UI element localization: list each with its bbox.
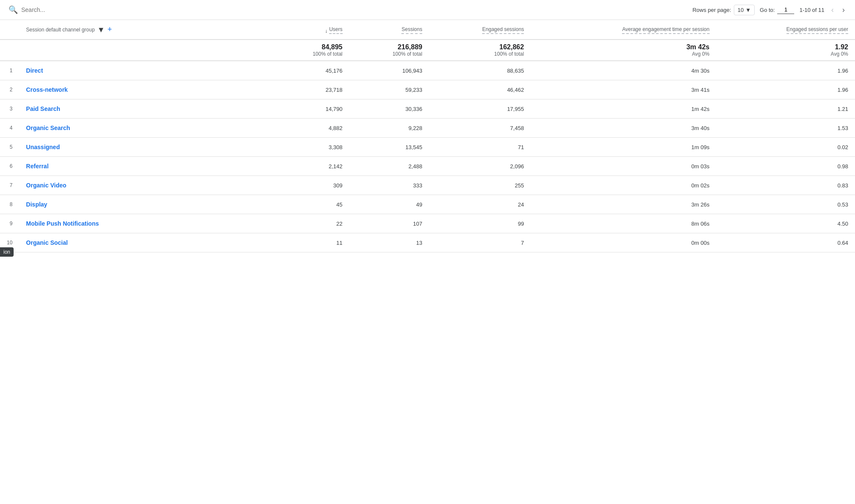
table-row[interactable]: 7 Organic Video 309 333 255 0m 02s 0.83: [0, 176, 855, 195]
table-row[interactable]: 8 Display 45 49 24 3m 26s 0.53: [0, 195, 855, 214]
table-row[interactable]: 2 Cross-network 23,718 59,233 46,462 3m …: [0, 80, 855, 99]
row-avg-eng: 3m 41s: [531, 80, 716, 99]
row-sessions: 30,336: [349, 99, 429, 119]
engaged-sessions-header[interactable]: Engaged sessions: [429, 20, 531, 40]
row-eng-per-user: 1.96: [716, 80, 855, 99]
row-sessions: 107: [349, 214, 429, 233]
summary-sessions: 216,889 100% of total: [349, 40, 429, 61]
row-avg-eng: 0m 00s: [531, 233, 716, 252]
row-channel[interactable]: Organic Video: [19, 176, 269, 195]
dimension-col-label: Session default channel group: [26, 27, 94, 33]
rank-header: [0, 20, 19, 40]
next-page-button[interactable]: ›: [841, 4, 846, 15]
row-engaged: 17,955: [429, 99, 531, 119]
sessions-header-label: Sessions: [401, 26, 422, 34]
summary-label: [19, 40, 269, 61]
row-avg-eng: 0m 03s: [531, 157, 716, 176]
summary-rank: [0, 40, 19, 61]
side-label: ion: [0, 247, 14, 252]
sessions-header[interactable]: Sessions: [349, 20, 429, 40]
row-eng-per-user: 0.83: [716, 176, 855, 195]
row-avg-eng: 1m 42s: [531, 99, 716, 119]
row-channel[interactable]: Mobile Push Notifications: [19, 214, 269, 233]
row-engaged: 46,462: [429, 80, 531, 99]
users-header[interactable]: ↓ Users: [270, 20, 349, 40]
row-avg-eng: 3m 26s: [531, 195, 716, 214]
row-rank: 5: [0, 138, 19, 157]
row-avg-eng: 3m 40s: [531, 119, 716, 138]
table-row[interactable]: 4 Organic Search 4,882 9,228 7,458 3m 40…: [0, 119, 855, 138]
users-header-label: Users: [329, 26, 342, 34]
row-engaged: 88,635: [429, 61, 531, 80]
summary-row: 84,895 100% of total 216,889 100% of tot…: [0, 40, 855, 61]
row-users: 45,176: [270, 61, 349, 80]
table-row[interactable]: 5 Unassigned 3,308 13,545 71 1m 09s 0.02: [0, 138, 855, 157]
engaged-sessions-header-label: Engaged sessions: [482, 26, 524, 34]
row-eng-per-user: 1.53: [716, 119, 855, 138]
row-channel[interactable]: Organic Social: [19, 233, 269, 252]
summary-users-value: 84,895: [276, 43, 343, 51]
table-wrapper: Session default channel group ▼ + ↓ User…: [0, 20, 855, 252]
row-avg-eng: 4m 30s: [531, 61, 716, 80]
table-row[interactable]: 9 Mobile Push Notifications 22 107 99 8m…: [0, 214, 855, 233]
go-to-label: Go to:: [760, 7, 775, 13]
dimension-dropdown-button[interactable]: ▼: [97, 26, 105, 34]
row-users: 22: [270, 214, 349, 233]
summary-eng-per-user-value: 1.92: [723, 43, 848, 51]
avg-engagement-header-label: Average engagement time per session: [622, 26, 709, 34]
avg-engagement-header[interactable]: Average engagement time per session: [531, 20, 716, 40]
row-avg-eng: 0m 02s: [531, 176, 716, 195]
row-sessions: 106,943: [349, 61, 429, 80]
row-users: 4,882: [270, 119, 349, 138]
summary-users: 84,895 100% of total: [270, 40, 349, 61]
summary-engaged-value: 162,862: [436, 43, 524, 51]
row-channel[interactable]: Unassigned: [19, 138, 269, 157]
row-sessions: 13: [349, 233, 429, 252]
engaged-per-user-header[interactable]: Engaged sessions per user: [716, 20, 855, 40]
summary-sessions-pct: 100% of total: [356, 51, 423, 57]
summary-avg-eng: 3m 42s Avg 0%: [531, 40, 716, 61]
row-sessions: 59,233: [349, 80, 429, 99]
add-dimension-button[interactable]: +: [108, 25, 112, 34]
go-to-container: Go to:: [760, 6, 794, 14]
row-sessions: 333: [349, 176, 429, 195]
row-users: 3,308: [270, 138, 349, 157]
row-engaged: 24: [429, 195, 531, 214]
engaged-per-user-header-label: Engaged sessions per user: [787, 26, 848, 34]
go-to-input[interactable]: [777, 6, 794, 14]
row-eng-per-user: 4.50: [716, 214, 855, 233]
table-row[interactable]: 6 Referral 2,142 2,488 2,096 0m 03s 0.98: [0, 157, 855, 176]
row-rank: 8: [0, 195, 19, 214]
row-channel[interactable]: Display: [19, 195, 269, 214]
row-engaged: 7: [429, 233, 531, 252]
summary-eng-per-user-pct: Avg 0%: [723, 51, 848, 57]
search-icon: 🔍: [9, 5, 18, 14]
row-channel[interactable]: Referral: [19, 157, 269, 176]
row-sessions: 9,228: [349, 119, 429, 138]
row-rank: 2: [0, 80, 19, 99]
row-channel[interactable]: Cross-network: [19, 80, 269, 99]
table-row[interactable]: 1 Direct 45,176 106,943 88,635 4m 30s 1.…: [0, 61, 855, 80]
row-engaged: 7,458: [429, 119, 531, 138]
row-channel[interactable]: Organic Search: [19, 119, 269, 138]
row-sessions: 2,488: [349, 157, 429, 176]
summary-sessions-value: 216,889: [356, 43, 423, 51]
rows-per-page-select[interactable]: 10 ▼: [734, 5, 755, 15]
summary-engaged-pct: 100% of total: [436, 51, 524, 57]
sort-down-icon: ↓: [325, 28, 327, 34]
row-rank: 7: [0, 176, 19, 195]
row-channel[interactable]: Direct: [19, 61, 269, 80]
search-input[interactable]: [21, 6, 106, 13]
toolbar: 🔍 Rows per page: 10 ▼ Go to: 1-10 of 11 …: [0, 0, 855, 20]
table-row[interactable]: 3 Paid Search 14,790 30,336 17,955 1m 42…: [0, 99, 855, 119]
row-engaged: 255: [429, 176, 531, 195]
row-engaged: 2,096: [429, 157, 531, 176]
row-channel[interactable]: Paid Search: [19, 99, 269, 119]
data-table: Session default channel group ▼ + ↓ User…: [0, 20, 855, 252]
table-row[interactable]: 10 Organic Social 11 13 7 0m 00s 0.64: [0, 233, 855, 252]
rows-dropdown-icon: ▼: [745, 7, 751, 13]
row-avg-eng: 1m 09s: [531, 138, 716, 157]
summary-avg-eng-value: 3m 42s: [537, 43, 709, 51]
row-eng-per-user: 1.21: [716, 99, 855, 119]
prev-page-button[interactable]: ‹: [829, 4, 835, 15]
